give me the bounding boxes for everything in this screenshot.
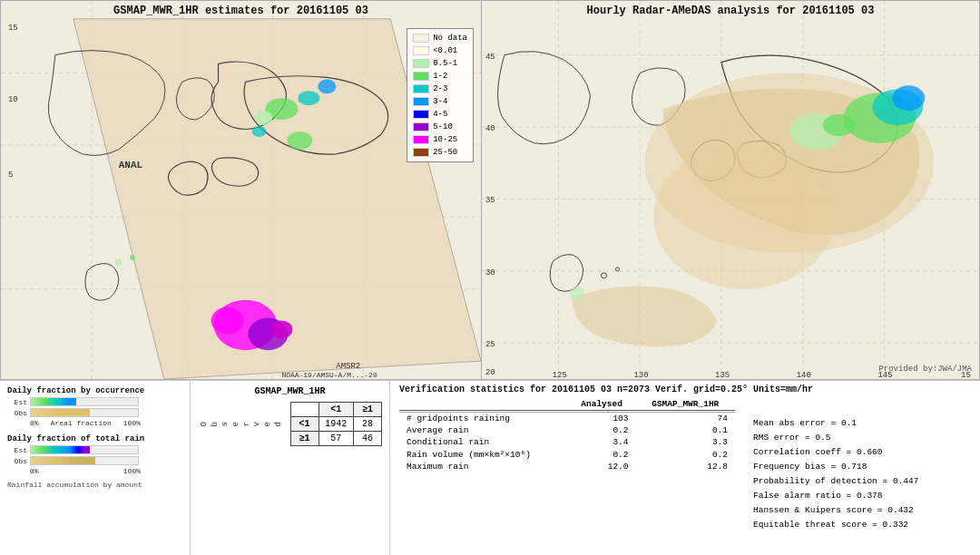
svg-text:140: 140	[797, 371, 811, 379]
svg-point-17	[270, 320, 292, 338]
stat-row-max-rain: Maximum rain 12.0 12.8	[399, 461, 735, 472]
stat-label-max-rain: Maximum rain	[399, 461, 568, 472]
obs-label-2: Obs	[7, 457, 27, 465]
svg-text:ANAL: ANAL	[119, 160, 142, 170]
stat-false-alarm: False alarm ratio = 0.378	[753, 489, 971, 503]
est-occurrence-bar	[30, 397, 139, 406]
legend-item-1-2: 1-2	[413, 70, 467, 83]
stat-val-cond-rain-gsmap: 3.3	[636, 436, 736, 448]
row-header-lt1: <1	[290, 417, 318, 432]
stat-val-rain-volume-analysed: 0.2	[568, 448, 636, 461]
svg-point-21	[130, 255, 135, 260]
svg-point-20	[115, 258, 122, 266]
stat-val-rain-volume-gsmap: 0.2	[636, 448, 736, 461]
stat-row-avg-rain: Average rain 0.2 0.1	[399, 424, 735, 436]
rain-chart-title: Daily fraction of total rain	[7, 434, 182, 443]
svg-text:125: 125	[553, 371, 567, 379]
svg-point-45	[892, 85, 925, 111]
col-header-ge1: ≥1	[353, 403, 381, 417]
provided-label: Provided by:JWA/JMA	[878, 365, 972, 374]
stat-row-gridpoints: # gridpoints raining 103 74	[399, 413, 735, 425]
stat-rms-error: RMS error = 0.5	[753, 431, 971, 445]
svg-text:135: 135	[715, 371, 730, 379]
svg-text:10: 10	[8, 95, 18, 104]
svg-point-48	[570, 287, 584, 301]
est-label-1: Est	[7, 398, 27, 406]
occurrence-chart-title: Daily fraction by occurrence	[7, 386, 182, 395]
stat-val-cond-rain-analysed: 3.4	[568, 436, 636, 448]
stat-val-max-rain-gsmap: 12.8	[636, 461, 736, 472]
right-map-panel: Hourly Radar-AMeDAS analysis for 2016110…	[481, 0, 980, 380]
svg-text:25: 25	[485, 340, 495, 349]
legend-item-25-50: 25-50	[413, 146, 467, 159]
legend-item-4-5: 4-5	[413, 108, 467, 121]
stat-hanssen-kuipers: Hanssen & Kuipers score = 0.432	[753, 503, 971, 518]
stat-pod: Probability of detection = 0.447	[753, 474, 971, 489]
left-map-panel: GSMAP_MWR_1HR estimates for 20161105 03	[0, 0, 481, 380]
est-rain-row: Est	[7, 445, 182, 454]
svg-text:5: 5	[8, 170, 13, 180]
stat-label-cond-rain: Conditional rain	[399, 436, 568, 448]
svg-text:35: 35	[485, 196, 495, 205]
legend-item-nodata: No data	[413, 32, 467, 44]
right-map-svg: 45 40 35 30 25 20 125 130 135 140 145 15	[482, 1, 979, 379]
obs-occurrence-row: Obs	[7, 408, 182, 417]
axis-labels-1: 0% Areal fraction 100%	[30, 419, 141, 427]
svg-point-12	[318, 79, 336, 93]
svg-point-13	[254, 111, 272, 125]
stat-row-cond-rain: Conditional rain 3.4 3.3	[399, 436, 735, 448]
verification-table: Analysed GSMAP_MWR_1HR # gridpoints rain…	[399, 398, 735, 472]
stat-row-rain-volume: Rain volume (mm×km²×10⁶) 0.2 0.2	[399, 448, 735, 461]
cell-1942: 1942	[318, 417, 353, 432]
stat-freq-bias: Frequency bias = 0.718	[753, 460, 971, 474]
stat-mean-abs-error: Mean abs error = 0.1	[753, 416, 971, 431]
legend-item-05-1: 0.5-1	[413, 57, 467, 70]
svg-text:AMSR2: AMSR2	[336, 362, 360, 371]
legend-item-10-25: 10-25	[413, 133, 467, 146]
contingency-table-panel: GSMAP_MWR_1HR Observed <1 ≥1 <1 1	[191, 381, 390, 555]
main-container: GSMAP_MWR_1HR estimates for 20161105 03	[0, 0, 980, 555]
svg-text:130: 130	[633, 371, 648, 379]
stat-label-avg-rain: Average rain	[399, 424, 568, 436]
svg-text:40: 40	[485, 124, 495, 133]
observed-axis-label: Observed	[198, 420, 287, 428]
right-stats-list: Mean abs error = 0.1 RMS error = 0.5 Cor…	[753, 398, 971, 532]
stat-col-label	[399, 398, 568, 411]
row-header-ge1: ≥1	[290, 432, 318, 446]
stat-col-analysed: Analysed	[568, 398, 636, 411]
svg-point-18	[287, 131, 312, 150]
stat-val-max-rain-analysed: 12.0	[568, 461, 636, 472]
est-label-2: Est	[7, 446, 27, 454]
legend: No data <0.01 0.5-1 1-2 2-3	[407, 28, 474, 162]
stat-col-gsmap: GSMAP_MWR_1HR	[636, 398, 736, 411]
col-header-lt1: <1	[318, 403, 353, 417]
table-row-ge1: ≥1 57 46	[290, 432, 382, 446]
svg-text:NOAA-19/AMSU-A/M...-20: NOAA-19/AMSU-A/M...-20	[281, 371, 377, 379]
svg-text:45: 45	[485, 53, 495, 62]
obs-occurrence-bar	[30, 408, 139, 417]
stat-label-rain-volume: Rain volume (mm×km²×10⁶)	[399, 448, 568, 461]
svg-point-19	[251, 126, 266, 137]
cell-57: 57	[318, 432, 353, 446]
svg-point-11	[298, 91, 319, 105]
stat-val-gridpoints-analysed: 103	[568, 413, 636, 425]
maps-row: GSMAP_MWR_1HR estimates for 20161105 03	[0, 0, 980, 381]
svg-text:30: 30	[485, 268, 495, 278]
rainfall-accumulation-label: Rainfall accumulation by amount	[7, 481, 182, 489]
legend-item-3-4: 3-4	[413, 95, 467, 108]
stat-equitable-threat: Equitable threat score = 0.332	[753, 518, 971, 532]
legend-item-001: <0.01	[413, 44, 467, 57]
table-row-lt1: <1 1942 28	[290, 417, 382, 432]
obs-rain-row: Obs	[7, 456, 182, 465]
svg-text:20: 20	[485, 368, 495, 377]
svg-point-47	[823, 114, 856, 136]
obs-label-1: Obs	[7, 409, 27, 417]
charts-panel: Daily fraction by occurrence Est Obs 0% …	[0, 381, 191, 555]
stat-val-avg-rain-analysed: 0.2	[568, 424, 636, 436]
contingency-matrix: <1 ≥1 <1 1942 28 ≥1 57 46	[290, 402, 383, 446]
legend-item-2-3: 2-3	[413, 83, 467, 95]
est-rain-bar	[30, 445, 139, 454]
cell-46: 46	[353, 432, 381, 446]
cell-28: 28	[353, 417, 381, 432]
stat-val-gridpoints-gsmap: 74	[636, 413, 736, 425]
